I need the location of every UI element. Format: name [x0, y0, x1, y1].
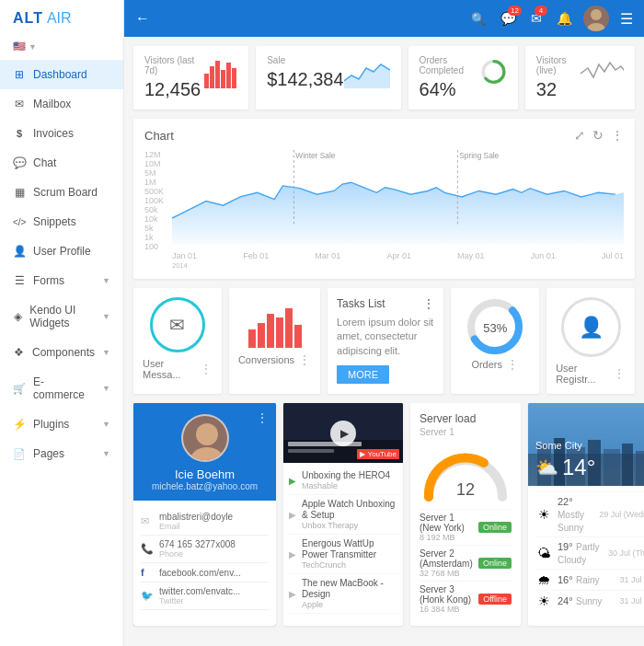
contact-email-text: mbalistreri@doyle — [159, 512, 269, 522]
city-temp: 14° — [562, 455, 595, 480]
sidebar-item-dashboard[interactable]: ⊞ Dashboard — [0, 60, 123, 89]
user-avatar[interactable] — [583, 6, 609, 31]
svg-text:Winter Sale: Winter Sale — [295, 151, 335, 160]
sidebar-item-scrumboard[interactable]: ▦ Scrum Board — [0, 178, 123, 207]
more-icon[interactable]: ⋮ — [611, 128, 624, 143]
video-play-button[interactable]: ▶ — [330, 421, 356, 446]
profile-menu-icon[interactable]: ⋮ — [256, 410, 269, 425]
svg-rect-20 — [276, 317, 283, 348]
sidebar-item-label: Invoices — [33, 127, 74, 140]
sidebar-item-invoices[interactable]: $ Invoices — [0, 119, 123, 148]
kendo-icon: ◈ — [13, 310, 22, 323]
orders-more-icon[interactable]: ⋮ — [506, 357, 519, 372]
city-name: Some City — [535, 440, 595, 451]
video-item-info: Energous WattUp Power Transmitter TechCr… — [302, 538, 397, 570]
search-icon[interactable]: 🔍 — [471, 12, 486, 26]
chevron-down-icon: ▼ — [102, 312, 110, 321]
video-title: Unboxing the HERO4 — [302, 470, 397, 481]
tasks-more-icon[interactable]: ⋮ — [423, 297, 434, 310]
sidebar-item-label: Kendo UI Widgets — [29, 304, 95, 329]
conversions-more-icon[interactable]: ⋮ — [298, 352, 311, 367]
sidebar-item-label: User Profile — [33, 245, 91, 258]
sidebar-item-label: Mailbox — [33, 98, 71, 110]
sidebar-item-pages[interactable]: 📄 Pages ▼ — [0, 439, 123, 468]
sidebar-item-label: E-commerce — [33, 375, 95, 401]
menu-icon[interactable]: ☰ — [620, 10, 633, 28]
forms-icon: ☰ — [13, 274, 26, 287]
flag-icon: 🇺🇸 — [13, 40, 26, 52]
chart-card: Chart ⤢ ↻ ⋮ 12M10M5M1M500K100K50k10k5k1k… — [133, 119, 635, 279]
svg-rect-3 — [210, 66, 214, 88]
profile-contacts: ✉ mbalistreri@doyle Email 📞 674 165 3277… — [133, 501, 276, 626]
email-topbar-icon[interactable]: ✉4 — [531, 11, 542, 26]
list-item: Server 2 (Amsterdam) 32 768 MB Online — [420, 545, 512, 581]
video-title: Energous WattUp Power Transmitter — [302, 538, 397, 560]
refresh-icon[interactable]: ↻ — [592, 128, 604, 143]
sidebar-item-plugins[interactable]: ⚡ Plugins ▼ — [0, 410, 123, 439]
stat-card-sale: Sale $142,384 — [256, 46, 400, 110]
list-item: Server 3 (Honk Kong) 16 384 MB Offline — [420, 581, 512, 617]
stat-card-visitors: Visitors (last 7d) 12,456 — [133, 46, 248, 110]
list-item: ☀ 24° Sunny 31 Jul (Friday) — [535, 590, 644, 611]
weather-icon-cloudy: 🌤 — [535, 546, 552, 560]
svg-rect-30 — [288, 449, 334, 453]
mail-icon: ✉ — [13, 98, 26, 110]
weather-info: 22° Mostly Sunny — [558, 495, 593, 534]
contact-email-icon: ✉ — [141, 515, 154, 527]
list-item: ☀ 22° Mostly Sunny 29 Jul (Wednesday) — [535, 491, 644, 536]
registrations-label: User Registr... ⋮ — [556, 363, 626, 385]
sidebar-item-userprofile[interactable]: 👤 User Profile — [0, 236, 123, 266]
sidebar-item-kendoui[interactable]: ◈ Kendo UI Widgets ▼ — [0, 295, 123, 338]
notification-icon[interactable]: 🔔 — [557, 11, 572, 26]
sidebar-item-ecommerce[interactable]: 🛒 E-commerce ▼ — [0, 367, 123, 410]
weather-icon-rainy: 🌧 — [535, 572, 552, 587]
sidebar-item-components[interactable]: ❖ Components ▼ — [0, 338, 123, 367]
list-item[interactable]: ▶ Energous WattUp Power Transmitter Tech… — [287, 535, 399, 574]
chart-y-axis: 12M10M5M1M500K100K50k10k5k1k100 — [144, 150, 172, 251]
orders-label: Orders Completed — [420, 55, 480, 75]
logo-air-text: AIR — [47, 10, 72, 27]
server-title: Server load — [420, 412, 512, 425]
video-item-info: The new MacBook - Design Apple — [302, 578, 397, 609]
stat-cards-row: Visitors (last 7d) 12,456 Sale $142, — [133, 46, 635, 110]
sidebar-item-mailbox[interactable]: ✉ Mailbox — [0, 89, 123, 119]
messages-label: User Messa... ⋮ — [143, 358, 213, 380]
server-card: Server load Server 1 12 Server 1 (New Yo… — [410, 403, 521, 626]
chevron-down-icon: ▼ — [102, 449, 110, 458]
expand-icon[interactable]: ⤢ — [574, 128, 585, 143]
chevron-down-icon: ▼ — [102, 384, 110, 393]
sidebar-item-forms[interactable]: ☰ Forms ▼ — [0, 266, 123, 295]
messages-topbar-icon[interactable]: 💬12 — [500, 11, 516, 26]
sidebar-item-label: Chat — [33, 156, 56, 169]
visitors-label: Visitors (last 7d) — [144, 55, 204, 75]
logo-alt-text: ALT — [13, 10, 43, 27]
list-item[interactable]: ▶ Apple Watch Unboxing & Setup Unbox The… — [287, 495, 399, 535]
sidebar-item-label: Dashboard — [33, 68, 87, 81]
flag-selector[interactable]: 🇺🇸 ▼ — [0, 37, 123, 60]
sidebar-item-chat[interactable]: 💬 Chat — [0, 148, 123, 178]
video-title: Apple Watch Unboxing & Setup — [302, 499, 397, 521]
gauge-value: 12 — [456, 480, 475, 500]
weather-date: 31 Jul (Friday) — [619, 575, 644, 584]
list-item[interactable]: ▶ Unboxing the HERO4 Mashable — [287, 467, 399, 495]
server-name: Server 2 (Amsterdam) 32 768 MB — [420, 548, 473, 578]
email-badge: 4 — [535, 6, 547, 16]
chart-area: 12M10M5M1M500K100K50k10k5k1k100 Winter — [144, 150, 624, 270]
live-chart — [581, 55, 624, 88]
video-thumbnail[interactable]: ▶ ▶ YouTube — [283, 403, 403, 463]
reg-more-icon[interactable]: ⋮ — [613, 366, 626, 381]
contact-facebook: f facebook.com/env... — [141, 563, 269, 583]
weather-date: 29 Jul (Wednesday) — [599, 510, 644, 519]
back-button[interactable]: ← — [135, 10, 150, 27]
svg-rect-6 — [226, 63, 231, 88]
orders-label: Orders ⋮ — [471, 357, 519, 372]
sidebar-item-snippets[interactable]: </> Snippets — [0, 207, 123, 236]
svg-marker-12 — [172, 182, 624, 244]
list-item[interactable]: ▶ The new MacBook - Design Apple — [287, 574, 399, 614]
weather-date: 30 Jul (Thursday) — [608, 548, 644, 558]
tasks-more-button[interactable]: MORE — [337, 365, 389, 384]
server-name: Server 1 (New York) 8 192 MB — [420, 513, 473, 542]
video-source: Mashable — [302, 481, 397, 490]
messages-more-icon[interactable]: ⋮ — [200, 362, 213, 376]
chevron-down-icon: ▼ — [102, 348, 110, 357]
